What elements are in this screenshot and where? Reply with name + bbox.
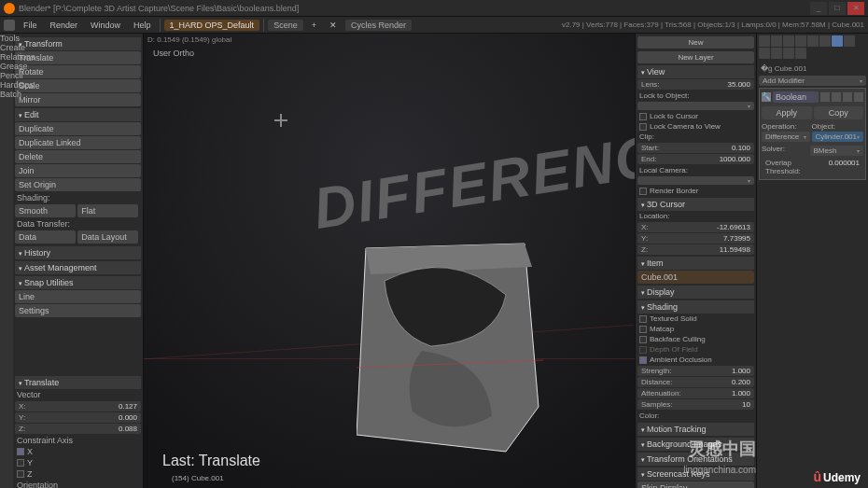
prop-tab-render[interactable] [759, 35, 770, 47]
btn-join[interactable]: Join [15, 164, 141, 177]
dd-lockobj[interactable] [637, 102, 754, 110]
mod-visible-viewport[interactable] [832, 92, 841, 102]
btn-datalayout[interactable]: Data Layout [77, 230, 138, 244]
prop-tab-constraints[interactable] [819, 35, 831, 47]
panel-history[interactable]: History [15, 246, 141, 259]
panel-asset[interactable]: Asset Management [15, 261, 141, 274]
mod-delete[interactable] [854, 92, 863, 102]
minimize-button[interactable]: _ [810, 2, 827, 15]
field-ao-distance[interactable]: Distance:0.200 [637, 377, 754, 387]
screen-layout[interactable]: 1_HARD OPS_Default [164, 20, 260, 31]
panel-3dcursor[interactable]: 3D Cursor [637, 198, 754, 211]
scene-selector[interactable]: Scene [268, 20, 303, 31]
field-itemname[interactable]: Cube.001 [637, 271, 754, 284]
mod-visible-render[interactable] [820, 92, 830, 102]
btn-snapsettings[interactable]: Settings [15, 304, 141, 317]
prop-tab-scene[interactable] [783, 35, 794, 47]
chk-renderborder[interactable]: Render Border [637, 186, 754, 196]
prop-tab-world[interactable] [795, 35, 806, 47]
field-vec-x[interactable]: X:0.127 [15, 401, 141, 411]
field-cursor-x[interactable]: X:-12.69613 [637, 222, 754, 232]
btn-setorigin[interactable]: Set Origin [15, 178, 141, 191]
panel-snap[interactable]: Snap Utilities [15, 276, 141, 289]
chk-dof[interactable]: Depth Of Field [637, 344, 754, 355]
btn-skipdisplay[interactable]: Skip Display [637, 481, 754, 488]
btn-data[interactable]: Data [15, 230, 76, 244]
tab-tools[interactable]: Tools [0, 34, 13, 43]
3d-viewport[interactable]: D: 0.1549 (0.1549) global User Ortho DIF… [144, 34, 635, 488]
render-engine[interactable]: Cycles Render [345, 20, 412, 31]
tab-hardops[interactable]: HardOps [0, 80, 13, 90]
chk-constraint-y[interactable]: Y [15, 457, 141, 468]
btn-smooth[interactable]: Smooth [15, 204, 76, 217]
prop-tab-particles[interactable] [783, 48, 794, 59]
dd-operation[interactable]: Difference [762, 132, 810, 142]
prop-tab-modifiers[interactable] [832, 35, 843, 47]
panel-display[interactable]: Display [637, 286, 754, 299]
menu-render[interactable]: Render [46, 20, 83, 31]
chk-ao[interactable]: Ambient Occlusion [637, 355, 754, 365]
menu-file[interactable]: File [19, 20, 42, 31]
chk-constraint-x[interactable]: X [15, 446, 141, 457]
panel-shading[interactable]: Shading [637, 300, 754, 314]
btn-delete[interactable]: Delete [15, 150, 141, 163]
prop-tab-object[interactable] [807, 35, 819, 47]
field-lens[interactable]: Lens:35.000 [637, 79, 754, 90]
dd-bool-object[interactable]: Cylinder.001 [812, 132, 863, 142]
field-cursor-z[interactable]: Z:11.59498 [637, 244, 754, 255]
btn-duplinked[interactable]: Duplicate Linked [15, 136, 141, 149]
field-ao-strength[interactable]: Strength:1.000 [637, 366, 754, 376]
tab-create[interactable]: Create [0, 43, 13, 52]
chk-constraint-z[interactable]: Z [15, 468, 141, 480]
editor-type-icon[interactable] [4, 20, 15, 31]
panel-item[interactable]: Item [637, 257, 754, 270]
tab-relations[interactable]: Relations [0, 52, 13, 62]
dd-localcam[interactable] [637, 176, 754, 185]
field-vec-y[interactable]: Y:0.000 [15, 412, 141, 423]
menu-window[interactable]: Window [86, 20, 125, 31]
scene-add[interactable]: + [307, 20, 321, 31]
btn-duplicate[interactable]: Duplicate [15, 122, 141, 135]
scene-remove[interactable]: ✕ [325, 20, 342, 31]
field-overlap[interactable]: Overlap Threshold:0.000001 [762, 158, 863, 176]
btn-line[interactable]: Line [15, 290, 141, 303]
panel-view[interactable]: View [637, 65, 754, 78]
tab-grease[interactable]: Grease Pencil [0, 62, 13, 80]
prop-tab-material[interactable] [759, 48, 770, 59]
maximize-button[interactable]: □ [829, 2, 846, 15]
panel-motion[interactable]: Motion Tracking [637, 423, 754, 436]
field-cursor-y[interactable]: Y:7.73995 [637, 233, 754, 244]
field-vec-z[interactable]: Z:0.088 [15, 424, 141, 434]
field-ao-samples[interactable]: Samples:10 [637, 399, 754, 410]
close-button[interactable]: ✕ [847, 2, 864, 15]
btn-newlayer[interactable]: New Layer [637, 51, 754, 63]
modifier-name[interactable]: Boolean [773, 91, 819, 103]
btn-rotate[interactable]: Rotate [15, 65, 141, 78]
chk-lockcamera[interactable]: Lock Camera to View [637, 121, 754, 132]
btn-flat[interactable]: Flat [77, 204, 138, 217]
field-clipend[interactable]: End:1000.000 [637, 154, 754, 164]
prop-tab-physics[interactable] [795, 48, 806, 59]
btn-gp-new[interactable]: New [637, 36, 754, 49]
chk-backface[interactable]: Backface Culling [637, 334, 754, 344]
panel-transform[interactable]: Transform [15, 37, 141, 50]
mod-move-up[interactable] [843, 92, 852, 102]
dd-addmodifier[interactable]: Add Modifier [759, 76, 866, 86]
prop-tab-data[interactable] [844, 35, 855, 47]
btn-scale[interactable]: Scale [15, 79, 141, 92]
chk-matcap[interactable]: Matcap [637, 324, 754, 334]
btn-mod-copy[interactable]: Copy [814, 106, 864, 119]
panel-edit[interactable]: Edit [15, 108, 141, 121]
field-clipstart[interactable]: Start:0.100 [637, 143, 754, 153]
prop-tab-layers[interactable] [771, 35, 782, 47]
dd-solver[interactable]: BMesh [810, 146, 864, 156]
field-ao-atten[interactable]: Attenuation:1.000 [637, 388, 754, 398]
menu-help[interactable]: Help [129, 20, 156, 31]
btn-mirror[interactable]: Mirror [15, 93, 141, 106]
btn-mod-apply[interactable]: Apply [762, 106, 812, 119]
panel-op-translate[interactable]: Translate [15, 376, 141, 389]
chk-texsolid[interactable]: Textured Solid [637, 314, 754, 324]
chk-lockcursor[interactable]: Lock to Cursor [637, 111, 754, 121]
prop-tab-texture[interactable] [771, 48, 782, 59]
tab-batch[interactable]: Batch [0, 90, 13, 99]
